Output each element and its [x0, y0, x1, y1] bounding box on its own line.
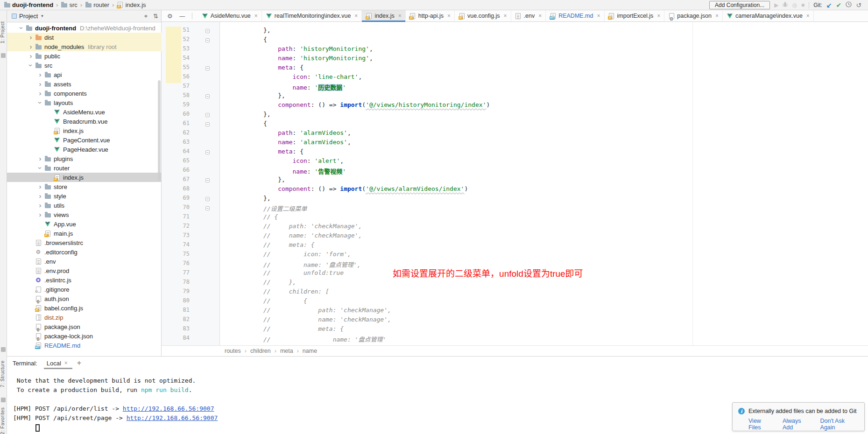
chevron-down-icon[interactable]: ▼	[40, 14, 44, 18]
close-icon[interactable]: ×	[398, 13, 402, 19]
tree-row[interactable]: JSmain.js	[7, 229, 162, 238]
code-editor[interactable]: 51 },52 {53 path: 'historyMonitoring',54…	[162, 22, 868, 345]
fold-indicator[interactable]	[205, 29, 210, 33]
chevron-expanded-icon[interactable]: ›	[37, 164, 43, 172]
fold-indicator[interactable]	[205, 38, 210, 42]
tree-row[interactable]: JSindex.js	[7, 126, 162, 135]
tree-row[interactable]: App.vue	[7, 219, 162, 229]
tree-row[interactable]: .eslintrc.js	[7, 275, 162, 285]
editor-breadcrumb-item[interactable]: children	[250, 348, 271, 354]
chevron-expanded-icon[interactable]: ›	[37, 98, 43, 107]
fold-indicator[interactable]	[205, 94, 210, 98]
editor-breadcrumb-item[interactable]: routes	[225, 348, 241, 354]
terminal-link[interactable]: http://192.168.66.56:9007	[123, 405, 214, 412]
git-rollback-icon[interactable]: ↺	[856, 2, 861, 8]
git-history-icon[interactable]	[846, 1, 852, 8]
new-terminal-icon[interactable]: +	[77, 359, 81, 367]
tree-row[interactable]: JSbabel.config.js	[7, 303, 162, 313]
notification-action-link[interactable]: View Files	[748, 418, 774, 431]
chevron-collapsed-icon[interactable]: ›	[27, 44, 35, 49]
tree-row[interactable]: dist.zip	[7, 313, 162, 322]
tree-row[interactable]: ⊘.gitignore	[7, 285, 162, 294]
tree-row[interactable]: ›layouts	[7, 98, 162, 107]
tree-row[interactable]: ›style	[7, 191, 162, 201]
editor-tab[interactable]: JShttp-api.js×	[406, 10, 455, 21]
fold-indicator[interactable]	[205, 197, 210, 201]
tree-row[interactable]: {}package.json	[7, 322, 162, 331]
tree-row[interactable]: PageContent.vue	[7, 135, 162, 145]
toolstrip-project-button[interactable]: 1: Project	[0, 14, 7, 50]
fold-indicator[interactable]	[205, 206, 210, 210]
tree-row[interactable]: {}package-lock.json	[7, 331, 162, 341]
breadcrumb-item[interactable]: src	[61, 1, 77, 8]
tree-row[interactable]: ›node_moduleslibrary root	[7, 42, 162, 51]
editor-tab[interactable]: realTimeMonitoring\index.vue×	[262, 10, 362, 21]
chevron-collapsed-icon[interactable]: ›	[36, 203, 44, 208]
tree-row[interactable]: ›utils	[7, 201, 162, 210]
editor-tab[interactable]: JSindex.js×	[362, 10, 405, 21]
editor-tab[interactable]: JSvue.config.js×	[455, 10, 511, 21]
chevron-expanded-icon[interactable]: ›	[28, 61, 34, 70]
tree-row[interactable]: ›api	[7, 70, 162, 79]
close-icon[interactable]: ×	[354, 13, 358, 19]
chevron-collapsed-icon[interactable]: ›	[36, 184, 44, 189]
close-icon[interactable]: ×	[715, 13, 719, 19]
editor-tab[interactable]: AsideMenu.vue×	[198, 10, 262, 21]
chevron-collapsed-icon[interactable]: ›	[27, 35, 35, 40]
editor-tab[interactable]: cameraManage\index.vue×	[723, 10, 814, 21]
notification-action-link[interactable]: Always Add	[783, 418, 812, 431]
editor-breadcrumb-item[interactable]: name	[303, 348, 317, 354]
close-icon[interactable]: ×	[597, 13, 600, 19]
notification-action-link[interactable]: Don't Ask Again	[820, 418, 860, 431]
chevron-collapsed-icon[interactable]: ›	[36, 212, 44, 217]
terminal-link[interactable]: http://192.168.66.56:9007	[127, 414, 218, 421]
tree-row[interactable]: ›views	[7, 210, 162, 219]
collapse-all-icon[interactable]: ⇅	[153, 13, 158, 19]
close-icon[interactable]: ×	[447, 13, 451, 19]
fold-indicator[interactable]	[205, 150, 210, 154]
tree-row[interactable]: ›dist	[7, 33, 162, 42]
close-icon[interactable]: ×	[806, 13, 810, 19]
chevron-collapsed-icon[interactable]: ›	[36, 81, 44, 87]
fold-indicator[interactable]	[205, 122, 210, 126]
tree-row[interactable]: ›public	[7, 51, 162, 61]
terminal-tab-local[interactable]: Local ×	[46, 357, 69, 369]
chevron-collapsed-icon[interactable]: ›	[36, 91, 44, 96]
fold-indicator[interactable]	[205, 113, 210, 117]
project-panel-title[interactable]: Project	[19, 13, 38, 20]
git-update-icon[interactable]: ↙	[826, 2, 832, 8]
hide-panel-icon[interactable]: —	[179, 13, 185, 19]
tree-row[interactable]: ›assets	[7, 79, 162, 89]
tree-row[interactable]: .env	[7, 257, 162, 266]
close-icon[interactable]: ×	[657, 13, 660, 19]
chevron-collapsed-icon[interactable]: ›	[36, 193, 44, 199]
close-icon[interactable]: ×	[254, 13, 258, 19]
tree-scrollbar[interactable]	[158, 80, 161, 181]
chevron-collapsed-icon[interactable]: ›	[36, 72, 44, 77]
toolstrip-favorites-button[interactable]: 2: Favorites	[0, 404, 7, 434]
breadcrumb-item[interactable]: JSindex.js	[117, 1, 146, 8]
tree-row[interactable]: ›duoji-frontendD:\zheheWeb\duoji-fronten…	[7, 23, 162, 33]
terminal-title[interactable]: Terminal:	[13, 360, 37, 367]
editor-tab[interactable]: {}package.json×	[664, 10, 723, 21]
tree-row[interactable]: ⚙.editorconfig	[7, 247, 162, 257]
toolstrip-structure-button[interactable]: 7: Structure	[0, 354, 7, 394]
tree-row[interactable]: MDREADME.md	[7, 341, 162, 350]
fold-indicator[interactable]	[205, 178, 210, 182]
editor-tab[interactable]: JSimportExcel.js×	[605, 10, 665, 21]
tree-row[interactable]: .env.prod	[7, 266, 162, 275]
git-commit-icon[interactable]: ✔	[836, 2, 842, 8]
tree-row[interactable]: .browserslistrc	[7, 238, 162, 247]
close-icon[interactable]: ×	[503, 13, 507, 19]
tree-row[interactable]: PageHeader.vue	[7, 145, 162, 154]
tree-row[interactable]: Breadcrumb.vue	[7, 117, 162, 126]
chevron-expanded-icon[interactable]: ›	[19, 24, 24, 32]
breadcrumb-item[interactable]: duoji-frontend	[4, 1, 53, 8]
tree-row[interactable]: {}auth.json	[7, 294, 162, 303]
breadcrumb-item[interactable]: router	[85, 1, 109, 8]
tree-row[interactable]: ›store	[7, 182, 162, 191]
tree-row[interactable]: AsideMenu.vue	[7, 107, 162, 117]
gear-icon[interactable]: ⚙	[167, 13, 173, 19]
locate-file-icon[interactable]: ⌖	[144, 13, 148, 19]
chevron-collapsed-icon[interactable]: ›	[36, 156, 44, 161]
